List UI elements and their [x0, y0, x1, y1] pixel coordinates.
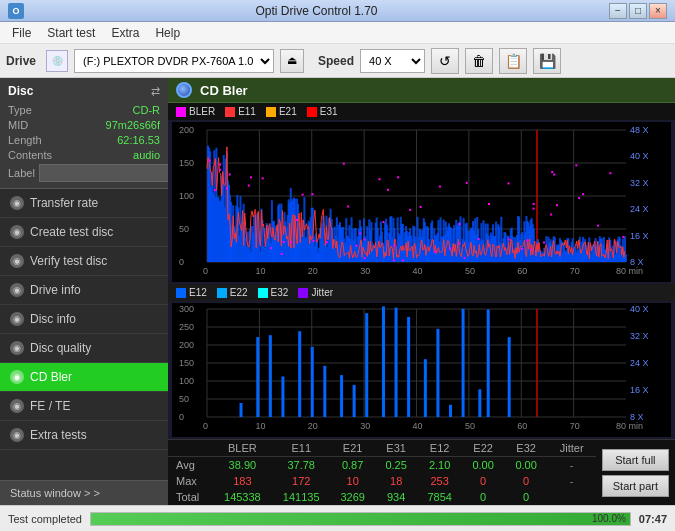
transfer-rate-label: Transfer rate [30, 196, 98, 210]
total-e32: 0 [505, 489, 548, 505]
menu-extra[interactable]: Extra [103, 24, 147, 42]
e21-color [266, 107, 276, 117]
total-e22: 0 [462, 489, 505, 505]
drive-info-icon: ◉ [10, 283, 24, 297]
sidebar-item-drive-info[interactable]: ◉ Drive info [0, 276, 168, 305]
save-button[interactable]: 💾 [533, 48, 561, 74]
total-bler: 145338 [213, 489, 272, 505]
disc-length-value: 62:16.53 [117, 134, 160, 146]
max-e11: 172 [272, 473, 331, 489]
extra-tests-icon: ◉ [10, 428, 24, 442]
jitter-label: Jitter [311, 287, 333, 298]
status-text: Test completed [8, 513, 82, 525]
bottom-chart-container [172, 303, 671, 437]
disc-mid-label: MID [8, 119, 28, 131]
avg-label: Avg [168, 457, 213, 474]
max-jitter: - [548, 473, 596, 489]
menu-start-test[interactable]: Start test [39, 24, 103, 42]
stats-col-e11: E11 [272, 440, 331, 457]
e11-color [225, 107, 235, 117]
disc-arrows[interactable]: ⇄ [151, 85, 160, 98]
extra-tests-label: Extra tests [30, 428, 87, 442]
bler-color [176, 107, 186, 117]
stats-total-row: Total 145338 141135 3269 934 7854 0 0 [168, 489, 596, 505]
avg-jitter: - [548, 457, 596, 474]
stats-col-e21: E21 [331, 440, 375, 457]
disc-contents-value: audio [133, 149, 160, 161]
max-e22: 0 [462, 473, 505, 489]
content-area: CD Bler BLER E11 E21 E31 [168, 78, 675, 505]
start-full-button[interactable]: Start full [602, 449, 669, 471]
refresh-button[interactable]: ↺ [431, 48, 459, 74]
status-window-button[interactable]: Status window > > [0, 480, 168, 505]
bottom-chart-legend: E12 E22 E32 Jitter [168, 284, 675, 301]
sidebar-item-disc-quality[interactable]: ◉ Disc quality [0, 334, 168, 363]
eject-button[interactable]: ⏏ [280, 49, 304, 73]
e22-label: E22 [230, 287, 248, 298]
chart-header: CD Bler [168, 78, 675, 103]
minimize-button[interactable]: − [609, 3, 627, 19]
drive-bar: Drive 💿 (F:) PLEXTOR DVDR PX-760A 1.07 ⏏… [0, 44, 675, 78]
charts-wrap: E12 E22 E32 Jitter [168, 120, 675, 439]
legend-jitter: Jitter [298, 287, 333, 298]
speed-label: Speed [318, 54, 354, 68]
sidebar-item-fe-te[interactable]: ◉ FE / TE [0, 392, 168, 421]
total-jitter [548, 489, 596, 505]
disc-quality-icon: ◉ [10, 341, 24, 355]
total-e21: 3269 [331, 489, 375, 505]
disc-label-input[interactable] [39, 164, 174, 182]
status-time: 07:47 [639, 513, 667, 525]
sidebar-item-verify-test-disc[interactable]: ◉ Verify test disc [0, 247, 168, 276]
create-test-disc-icon: ◉ [10, 225, 24, 239]
chart-disc-icon [176, 82, 192, 98]
disc-contents-label: Contents [8, 149, 52, 161]
close-button[interactable]: × [649, 3, 667, 19]
erase-button[interactable]: 🗑 [465, 48, 493, 74]
progress-bar-wrap: 100.0% [90, 512, 631, 526]
drive-select[interactable]: (F:) PLEXTOR DVDR PX-760A 1.07 [74, 49, 274, 73]
e12-label: E12 [189, 287, 207, 298]
stats-table-wrap: BLER E11 E21 E31 E12 E22 E32 Jitter Avg … [168, 439, 675, 505]
sidebar-item-cd-bler[interactable]: ◉ CD Bler [0, 363, 168, 392]
cd-bler-icon: ◉ [10, 370, 24, 384]
stats-col-e12: E12 [418, 440, 462, 457]
disc-contents-row: Contents audio [8, 149, 160, 161]
menu-help[interactable]: Help [147, 24, 188, 42]
avg-e11: 37.78 [272, 457, 331, 474]
disc-title: Disc [8, 84, 33, 98]
start-part-button[interactable]: Start part [602, 475, 669, 497]
top-chart-canvas [172, 122, 671, 282]
total-label: Total [168, 489, 213, 505]
sidebar-item-create-test-disc[interactable]: ◉ Create test disc [0, 218, 168, 247]
chart-title: CD Bler [200, 83, 248, 98]
bler-label: BLER [189, 106, 215, 117]
avg-bler: 38.90 [213, 457, 272, 474]
stats-max-row: Max 183 172 10 18 253 0 0 - [168, 473, 596, 489]
e11-label: E11 [238, 106, 256, 117]
sidebar-item-extra-tests[interactable]: ◉ Extra tests [0, 421, 168, 450]
max-e31: 18 [375, 473, 418, 489]
verify-test-disc-label: Verify test disc [30, 254, 107, 268]
max-label: Max [168, 473, 213, 489]
avg-e22: 0.00 [462, 457, 505, 474]
copy-button[interactable]: 📋 [499, 48, 527, 74]
disc-section: Disc ⇄ Type CD-R MID 97m26s66f Length 62… [0, 78, 168, 189]
stats-col-label [168, 440, 213, 457]
total-e11: 141135 [272, 489, 331, 505]
maximize-button[interactable]: □ [629, 3, 647, 19]
disc-length-row: Length 62:16.53 [8, 134, 160, 146]
avg-e21: 0.87 [331, 457, 375, 474]
speed-select[interactable]: 40 X [360, 49, 425, 73]
drive-icon: 💿 [46, 50, 68, 72]
stats-col-jitter: Jitter [548, 440, 596, 457]
avg-e12: 2.10 [418, 457, 462, 474]
disc-type-value: CD-R [133, 104, 161, 116]
title-bar: O Opti Drive Control 1.70 − □ × [0, 0, 675, 22]
sidebar-item-transfer-rate[interactable]: ◉ Transfer rate [0, 189, 168, 218]
sidebar-item-disc-info[interactable]: ◉ Disc info [0, 305, 168, 334]
disc-label-key: Label [8, 167, 35, 179]
menu-file[interactable]: File [4, 24, 39, 42]
main-layout: Disc ⇄ Type CD-R MID 97m26s66f Length 62… [0, 78, 675, 505]
e31-label: E31 [320, 106, 338, 117]
stats-col-e32: E32 [505, 440, 548, 457]
